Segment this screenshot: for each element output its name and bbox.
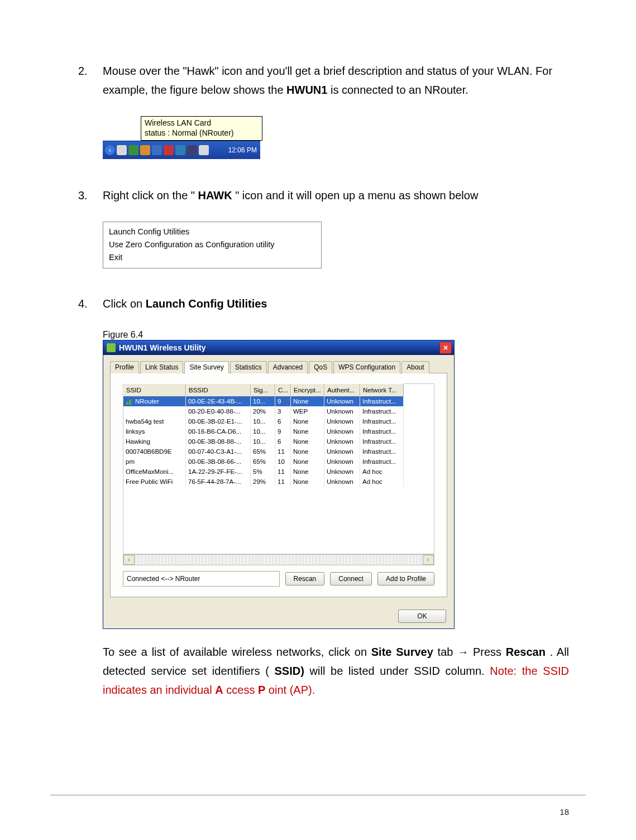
tab-qos[interactable]: QoS (309, 361, 332, 373)
tab-profile[interactable]: Profile (110, 361, 139, 373)
tray-icon[interactable] (117, 145, 127, 155)
table-cell: 10... (251, 416, 275, 426)
table-row[interactable]: Free Public WiFi76-5F-44-28-7A-...29%11N… (123, 477, 434, 487)
table-cell: Unknown (324, 457, 360, 467)
step-2: 2. Mouse over the "Hawk" icon and you'll… (78, 61, 569, 99)
table-cell: None (291, 467, 324, 477)
table-row[interactable]: hwba54g test00-0E-3B-02-E1-...10...6None… (123, 416, 434, 426)
table-cell: 6 (275, 436, 291, 447)
tab-advanced[interactable]: Advanced (268, 361, 308, 373)
scroll-right-icon[interactable]: › (423, 555, 434, 565)
table-cell: Unknown (324, 416, 360, 426)
table-cell: 00-07-40-C3-A1-... (186, 447, 251, 457)
col-signal[interactable]: Sig... (251, 383, 275, 397)
step-2-text-a: Mouse over the "Hawk" icon and you'll ge… (103, 65, 552, 96)
table-row[interactable]: OfficeMaxMoni...1A-22-29-2F-FE-...5%11No… (123, 467, 434, 477)
table-cell: 00-16-B6-CA-D6... (186, 426, 251, 436)
table-row[interactable]: 00-20-E0-40-88-...20%3WEPUnknownInfrastr… (123, 406, 434, 416)
tray-icon[interactable] (187, 145, 197, 155)
table-cell: OfficeMaxMoni... (123, 467, 186, 477)
step-4-text-a: Click on (103, 297, 146, 310)
tab-about[interactable]: About (401, 361, 429, 373)
col-nettype[interactable]: Network T... (360, 383, 404, 397)
table-cell: 6 (275, 416, 291, 426)
tray-icon[interactable] (152, 145, 162, 155)
grid-header: SSID BSSID Sig... C... Encrypt... Authen… (123, 384, 434, 396)
close-icon[interactable]: × (439, 342, 452, 354)
app-icon (107, 343, 116, 352)
scroll-left-icon[interactable]: ‹ (123, 555, 135, 565)
tray-tooltip: Wireless LAN Card status : Normal (NRout… (141, 116, 262, 141)
table-cell: None (291, 447, 324, 457)
table-cell: Infrastruct... (360, 426, 404, 436)
table-cell: 00-0E-3B-02-E1-... (186, 416, 251, 426)
table-cell: None (291, 416, 324, 426)
tab-strip: Profile Link Status Site Survey Statisti… (110, 361, 447, 373)
tray-expand-icon[interactable]: ‹ (105, 145, 115, 155)
table-cell: Infrastruct... (360, 436, 404, 447)
table-row[interactable]: pm00-0E-3B-08-66-...65%10NoneUnknownInfr… (123, 457, 434, 467)
table-cell: Unknown (324, 436, 360, 447)
tray-icon[interactable] (199, 145, 209, 155)
add-profile-button[interactable]: Add to Profile (377, 572, 434, 585)
networks-grid[interactable]: SSID BSSID Sig... C... Encrypt... Authen… (123, 383, 434, 554)
ctx-item-launch[interactable]: Launch Config Utilities (109, 225, 315, 238)
col-bssid[interactable]: BSSID (186, 383, 251, 397)
tooltip-line-1: Wireless LAN Card (145, 118, 259, 128)
step-3-text-a: Right click on the " (103, 189, 195, 201)
table-row[interactable]: NRouter00-0E-2E-43-4B-...10...9NoneUnkno… (123, 396, 434, 406)
figure-label: Figure 6.4 (103, 330, 569, 340)
table-cell: Infrastruct... (360, 406, 404, 416)
tab-site-survey[interactable]: Site Survey (184, 361, 228, 373)
table-cell: 9 (275, 396, 291, 406)
table-row[interactable]: linksys00-16-B6-CA-D6...10...9NoneUnknow… (123, 426, 434, 436)
tab-link-status[interactable]: Link Status (140, 361, 183, 373)
wifi-icon (126, 397, 133, 405)
body-paragraph: To see a list of available wireless netw… (103, 642, 569, 699)
col-channel[interactable]: C... (275, 383, 291, 397)
scroll-track[interactable] (135, 555, 423, 564)
context-menu: Launch Config Utilities Use Zero Configu… (103, 222, 322, 268)
titlebar: HWUN1 Wireless Utility × (103, 340, 454, 355)
ctx-item-exit[interactable]: Exit (109, 251, 315, 264)
rescan-button[interactable]: Rescan (285, 572, 325, 585)
col-auth[interactable]: Authent... (324, 383, 360, 397)
table-row[interactable]: Hawking00-0E-3B-08-88-...10...6NoneUnkno… (123, 436, 434, 447)
table-cell: 5% (251, 467, 275, 477)
step-3-number: 3. (78, 186, 103, 205)
tab-statistics[interactable]: Statistics (230, 361, 267, 373)
tooltip-line-2: status : Normal (NRouter) (145, 128, 259, 138)
table-cell: Infrastruct... (360, 447, 404, 457)
step-2-number: 2. (78, 61, 103, 99)
wireless-utility-window: HWUN1 Wireless Utility × Profile Link St… (103, 340, 455, 629)
table-cell: 10... (251, 436, 275, 447)
table-cell: 29% (251, 477, 275, 487)
tray-icon[interactable] (175, 145, 185, 155)
col-encrypt[interactable]: Encrypt... (291, 383, 324, 397)
window-body: Profile Link Status Site Survey Statisti… (103, 355, 454, 604)
table-cell: Hawking (123, 436, 186, 447)
col-ssid[interactable]: SSID (123, 383, 186, 397)
table-cell: 65% (251, 447, 275, 457)
table-cell: 20% (251, 406, 275, 416)
grid-hscroll[interactable]: ‹ › (123, 554, 434, 565)
footer-rule (50, 795, 586, 795)
table-cell: 11 (275, 467, 291, 477)
table-cell: Unknown (324, 477, 360, 487)
table-cell: None (291, 426, 324, 436)
table-row[interactable]: 000740B6BD9E00-07-40-C3-A1-...65%11NoneU… (123, 447, 434, 457)
step-3: 3. Right click on the " HAWK " icon and … (78, 186, 569, 205)
ok-button[interactable]: OK (398, 609, 446, 623)
tab-wps[interactable]: WPS Configuration (333, 361, 400, 373)
table-cell: None (291, 477, 324, 487)
table-cell: linksys (123, 426, 186, 436)
tray-icon[interactable] (128, 145, 138, 155)
table-cell (123, 406, 186, 416)
step-3-text-b: " icon and it will open up a menu as sho… (235, 189, 478, 201)
tray-icon[interactable] (164, 145, 174, 155)
table-cell: Unknown (324, 406, 360, 416)
table-cell: hwba54g test (123, 416, 186, 426)
connect-button[interactable]: Connect (330, 572, 372, 585)
tray-icon[interactable] (140, 145, 150, 155)
ctx-item-zeroconf[interactable]: Use Zero Configuration as Configuration … (109, 238, 315, 251)
